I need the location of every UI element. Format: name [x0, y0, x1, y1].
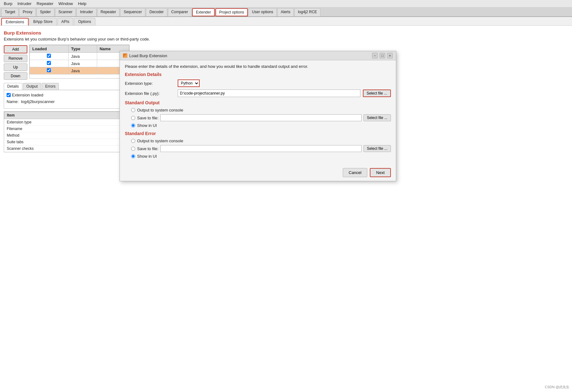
extension-type-select[interactable]: Java Python Ruby [178, 79, 200, 87]
menu-help[interactable]: Help [75, 1, 89, 7]
extensions-table-wrap: Add Remove Up Down Loaded Type Name [4, 45, 130, 80]
tab-spider[interactable]: Spider [36, 8, 54, 16]
tab-scanner[interactable]: Scanner [55, 8, 76, 16]
tab-user-options[interactable]: User options [248, 8, 276, 16]
watermark: CSDN @武先生 [545, 385, 569, 389]
menu-repeater[interactable]: Repeater [34, 1, 56, 7]
output-console-radio[interactable] [131, 108, 135, 112]
dialog-description: Please enter the details of the extensio… [125, 64, 391, 69]
details-tab-details[interactable]: Details [4, 83, 22, 90]
error-file-radio[interactable] [131, 147, 135, 151]
output-ui-radio[interactable] [131, 123, 135, 128]
item-table: Item Extension type Filename Method [4, 112, 129, 152]
tab-comparer[interactable]: Comparer [168, 8, 192, 16]
error-ui-row: Show in UI [131, 154, 391, 159]
output-select-file-button[interactable]: Select file ... [364, 114, 391, 121]
loaded-checkbox[interactable] [47, 54, 51, 58]
extension-loaded-label: Extension loaded [7, 93, 127, 97]
error-console-label: Output to system console [137, 139, 183, 143]
burp-extensions-title: Burp Extensions [4, 30, 568, 35]
subtab-apis[interactable]: APIs [57, 18, 73, 25]
menu-intruder[interactable]: Intruder [15, 1, 34, 7]
error-console-radio[interactable] [131, 139, 135, 143]
dialog-title-text: Load Burp Extension [129, 53, 167, 58]
tab-project-options[interactable]: Project options [215, 8, 248, 16]
col-loaded: Loaded [30, 45, 68, 53]
error-console-row: Output to system console [131, 139, 391, 143]
menu-burp[interactable]: Burp [1, 1, 15, 7]
list-item: Filename [4, 126, 129, 132]
tab-sequencer[interactable]: Sequencer [120, 8, 145, 16]
down-button[interactable]: Down [4, 72, 27, 80]
table-row[interactable]: Java [30, 60, 129, 67]
list-item: Scanner checks [4, 145, 129, 152]
tab-intruder[interactable]: Intruder [76, 8, 96, 16]
extension-file-input[interactable] [178, 90, 360, 97]
main-tab-bar: Target Proxy Spider Scanner Intruder Rep… [0, 8, 572, 17]
table-row[interactable]: Java [30, 53, 129, 60]
error-ui-radio[interactable] [131, 154, 135, 158]
tab-repeater[interactable]: Repeater [97, 8, 119, 16]
close-button[interactable]: × [387, 53, 393, 58]
standard-output-title: Standard Output [125, 100, 391, 105]
extension-loaded-checkbox[interactable] [7, 93, 11, 97]
list-item: Suite tabs [4, 139, 129, 145]
error-file-input[interactable] [160, 145, 362, 152]
tab-log4j2[interactable]: log4j2 RCE [294, 8, 320, 16]
tab-extender[interactable]: Extender [192, 8, 215, 16]
remove-button[interactable]: Remove [4, 55, 27, 62]
subtab-options[interactable]: Options [74, 18, 95, 25]
subtab-bapp-store[interactable]: BApp Store [29, 18, 57, 25]
add-button[interactable]: Add [4, 45, 27, 53]
item-cell: Method [4, 132, 129, 139]
loaded-checkbox[interactable] [47, 61, 51, 65]
output-console-label: Output to system console [137, 108, 183, 112]
details-tab-errors[interactable]: Errors [42, 83, 59, 90]
dialog-title-left: Load Burp Extension [123, 53, 167, 58]
name-value: log4j2burpscanner [21, 99, 55, 104]
left-panel: Add Remove Up Down Loaded Type Name [4, 45, 130, 152]
details-tab-output[interactable]: Output [23, 83, 41, 90]
loaded-cell [30, 60, 68, 67]
tab-alerts[interactable]: Alerts [277, 8, 294, 16]
minimize-button[interactable]: − [372, 53, 378, 58]
cancel-button[interactable]: Cancel [343, 168, 367, 177]
details-tab-bar: Details Output Errors [4, 83, 130, 90]
extension-loaded-row: Extension loaded [7, 93, 127, 97]
item-cell: Scanner checks [4, 145, 129, 152]
output-file-radio[interactable] [131, 116, 135, 120]
extensions-area: Add Remove Up Down Loaded Type Name [4, 45, 568, 152]
dialog-icon [123, 53, 127, 58]
error-select-file-button[interactable]: Select file ... [364, 145, 391, 152]
tab-target[interactable]: Target [1, 8, 19, 16]
output-console-row: Output to system console [131, 108, 391, 112]
next-button[interactable]: Next [370, 168, 391, 177]
subtab-extensions[interactable]: Extensions [1, 18, 29, 25]
output-ui-row: Show in UI [131, 123, 391, 128]
loaded-checkbox[interactable] [47, 68, 51, 72]
error-radio-group: Output to system console Save to file: S… [131, 139, 391, 159]
extensions-table: Loaded Type Name Java [30, 45, 129, 74]
item-header: Item [4, 112, 129, 119]
tab-decoder[interactable]: Decoder [146, 8, 167, 16]
col-type: Type [69, 45, 97, 53]
extension-file-row: Extension file (.py): Select file ... [125, 90, 391, 97]
menu-window[interactable]: Window [56, 1, 75, 7]
output-file-input[interactable] [160, 114, 362, 121]
table-row[interactable]: Java [30, 67, 129, 74]
output-file-label: Save to file: [137, 116, 158, 120]
action-buttons: Add Remove Up Down [4, 45, 29, 80]
extension-loaded-text: Extension loaded [12, 93, 43, 97]
content-area: Burp Extensions Extensions let you custo… [0, 26, 572, 392]
tab-proxy[interactable]: Proxy [19, 8, 36, 16]
select-file-button-ext[interactable]: Select file ... [363, 90, 391, 97]
sub-tab-bar: Extensions BApp Store APIs Options [0, 17, 572, 26]
restore-button[interactable]: □ [380, 53, 385, 58]
item-cell: Filename [4, 126, 129, 132]
dialog-footer: Cancel Next [120, 165, 396, 181]
standard-error-title: Standard Error [125, 131, 391, 136]
dialog-body: Please enter the details of the extensio… [120, 60, 396, 165]
item-table-container: Item Extension type Filename Method [4, 111, 130, 152]
up-button[interactable]: Up [4, 63, 27, 71]
extension-type-label: Extension type: [125, 81, 175, 86]
